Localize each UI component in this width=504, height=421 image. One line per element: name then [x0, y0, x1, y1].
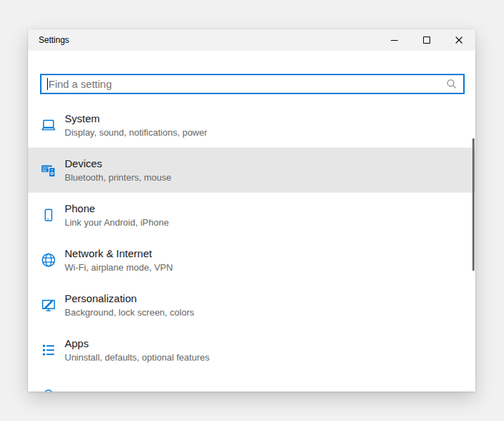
- maximize-icon: [423, 37, 430, 44]
- app-list-icon: [40, 342, 57, 358]
- category-texts: SystemDisplay, sound, notifications, pow…: [65, 112, 207, 138]
- scrollbar-thumb[interactable]: [472, 138, 474, 271]
- settings-category-devices[interactable]: DevicesBluetooth, printers, mouse: [28, 148, 475, 193]
- category-label: Devices: [65, 157, 172, 170]
- laptop-icon: [40, 117, 57, 134]
- category-description: Wi-Fi, airplane mode, VPN: [65, 262, 173, 273]
- search-input[interactable]: [41, 75, 463, 93]
- person-icon: [40, 387, 57, 391]
- maximize-button[interactable]: [411, 30, 443, 51]
- category-description: Display, sound, notifications, power: [65, 127, 207, 138]
- keyboard-speaker-icon: [40, 162, 57, 179]
- close-icon: [455, 37, 463, 44]
- settings-category-phone[interactable]: PhoneLink your Android, iPhone: [28, 193, 475, 238]
- settings-content: SystemDisplay, sound, notifications, pow…: [28, 51, 475, 391]
- minimize-button[interactable]: [378, 30, 411, 51]
- settings-category-list: SystemDisplay, sound, notifications, pow…: [28, 103, 475, 391]
- category-texts: AppsUninstall, defaults, optional featur…: [65, 337, 209, 363]
- title-bar[interactable]: Settings: [28, 30, 475, 51]
- settings-category-apps[interactable]: AppsUninstall, defaults, optional featur…: [28, 328, 475, 373]
- category-label: Personalization: [65, 292, 194, 305]
- category-description: Link your Android, iPhone: [65, 217, 169, 228]
- category-texts: DevicesBluetooth, printers, mouse: [65, 157, 172, 183]
- settings-category-personalization[interactable]: PersonalizationBackground, lock screen, …: [28, 283, 475, 328]
- category-label: Apps: [65, 337, 209, 350]
- phone-icon: [40, 207, 57, 224]
- category-label: Network & Internet: [65, 247, 173, 260]
- minimize-icon: [391, 37, 398, 44]
- close-button[interactable]: [443, 30, 475, 51]
- category-label: Accounts: [65, 389, 108, 392]
- category-label: System: [65, 112, 207, 125]
- globe-icon: [40, 252, 57, 268]
- window-title: Settings: [28, 35, 69, 45]
- settings-category-accounts[interactable]: Accounts: [28, 373, 475, 391]
- settings-category-network-internet[interactable]: Network & InternetWi-Fi, airplane mode, …: [28, 238, 475, 283]
- monitor-pen-icon: [40, 297, 57, 313]
- settings-category-system[interactable]: SystemDisplay, sound, notifications, pow…: [28, 103, 475, 148]
- category-description: Bluetooth, printers, mouse: [65, 172, 172, 183]
- category-description: Uninstall, defaults, optional features: [65, 352, 209, 363]
- window-controls: [378, 30, 475, 51]
- category-texts: PersonalizationBackground, lock screen, …: [65, 292, 194, 318]
- settings-window: Settings SystemDisplay, sound, notificat…: [28, 30, 475, 391]
- search-box: [40, 74, 465, 94]
- category-texts: PhoneLink your Android, iPhone: [65, 202, 169, 228]
- category-texts: Network & InternetWi-Fi, airplane mode, …: [65, 247, 173, 273]
- category-description: Background, lock screen, colors: [65, 307, 194, 318]
- category-label: Phone: [65, 202, 169, 215]
- text-caret: [47, 78, 48, 90]
- category-texts: Accounts: [65, 389, 108, 392]
